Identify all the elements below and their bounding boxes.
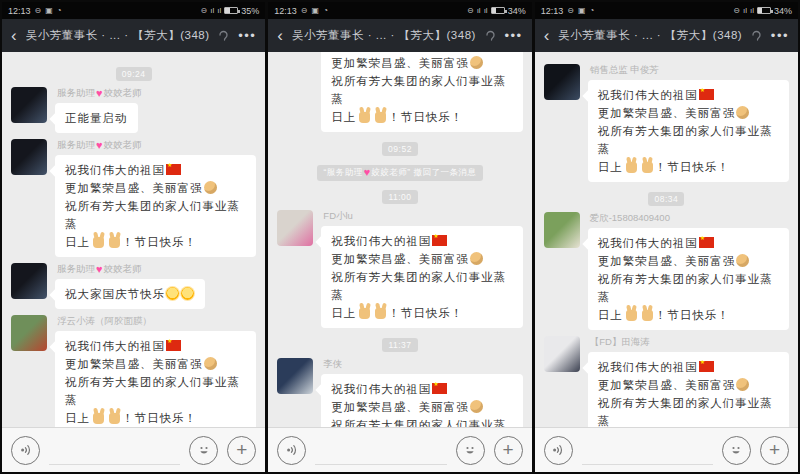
message-bubble[interactable]: 祝我们伟大的祖国更加繁荣昌盛、美丽富强祝所有芳大集团的家人们事业蒸蒸日上！节日快… [321,374,522,427]
sender-name: 李侠 [323,358,522,371]
message-bubble[interactable]: 祝我们伟大的祖国更加繁荣昌盛、美丽富强祝所有芳大集团的家人们事业蒸蒸日上！节日快… [588,80,789,182]
message-bubble[interactable]: 正能量启动 [55,103,138,133]
back-button[interactable]: ‹ [544,27,550,44]
input-bar: + [268,427,531,472]
back-button[interactable]: ‹ [277,27,283,44]
smiley-icon [462,442,478,458]
timestamp: 08:34 [544,188,789,206]
nav-bar: ‹ 吴小芳董事长 · ... · 【芳大】(348) ••• [268,19,531,52]
sender-name: 销售总监 申俊芳 [590,64,789,77]
data-saver-icon: ⊖ [733,6,740,15]
smiley-icon [728,442,744,458]
victory-hand-emoji [359,112,370,123]
cn-flag-emoji [432,235,447,246]
victory-hand-emoji [642,310,653,321]
sender-name: 服务助理♥姣姣老师 [57,263,205,276]
message-bubble[interactable]: 祝我们伟大的祖国更加繁荣昌盛、美丽富强祝所有芳大集团的家人们事业蒸蒸日上！节日快… [55,155,256,257]
voice-button[interactable] [544,436,573,465]
message-bubble[interactable]: 祝我们伟大的祖国更加繁荣昌盛、美丽富强祝所有芳大集团的家人们事业蒸蒸日上！节日快… [321,226,522,328]
voice-button[interactable] [277,436,306,465]
message-icon: ▣ [312,6,320,15]
fist-emoji [736,378,749,391]
message-row: 更加繁荣昌盛、美丽富强祝所有芳大集团的家人们事业蒸蒸日上！节日快乐！ [277,52,522,132]
status-time: 12:13 [274,6,297,16]
avatar[interactable] [11,87,47,123]
victory-hand-emoji [93,237,104,248]
battery-percent: 35% [241,6,259,16]
sender-name: 服务助理♥姣姣老师 [57,139,256,152]
emoji-button[interactable] [722,436,751,465]
hearts-emoji: ♥ [96,264,103,275]
chat-area: 销售总监 申俊芳祝我们伟大的祖国更加繁荣昌盛、美丽富强祝所有芳大集团的家人们事业… [535,52,798,427]
message-row: 爱欣-15808409400祝我们伟大的祖国更加繁荣昌盛、美丽富强祝所有芳大集团… [544,212,789,330]
avatar[interactable] [277,210,313,246]
more-attach-button[interactable]: + [760,436,789,465]
message-bubble[interactable]: 祝我们伟大的祖国更加繁荣昌盛、美丽富强祝所有芳大集团的家人们事业蒸蒸日上！节日快… [55,331,256,427]
smiley-icon [196,442,212,458]
back-button[interactable]: ‹ [11,27,17,44]
message-input[interactable] [315,435,446,465]
avatar[interactable] [544,336,580,372]
message-row: 服务助理♥姣姣老师祝我们伟大的祖国更加繁荣昌盛、美丽富强祝所有芳大集团的家人们事… [11,139,256,257]
victory-hand-emoji [375,308,386,319]
emoji-button[interactable] [456,436,485,465]
cn-flag-emoji [166,164,181,175]
status-bar: 12:13 ⊖ ▣ ◔ ⊖ ıl ıl 35% [2,2,265,19]
message-bubble[interactable]: 更加繁荣昌盛、美丽富强祝所有芳大集团的家人们事业蒸蒸日上！节日快乐！ [321,52,522,132]
sender-name: 浮云小涛（阿胶面膜） [57,315,256,328]
more-button[interactable]: ••• [505,28,523,43]
signal-icon: ıl [750,6,754,15]
cn-flag-emoji [699,237,714,248]
system-message: “服务助理♥姣姣老师” 撤回了一条消息 [277,161,522,181]
status-time: 12:13 [8,6,31,16]
more-button[interactable]: ••• [238,28,256,43]
more-button[interactable]: ••• [771,28,789,43]
message-row: 销售总监 申俊芳祝我们伟大的祖国更加繁荣昌盛、美丽富强祝所有芳大集团的家人们事业… [544,64,789,182]
cn-flag-emoji [432,383,447,394]
fist-emoji [736,254,749,267]
voice-button[interactable] [11,436,40,465]
signal-icon: ıl [210,6,214,15]
dnd-icon: ⊖ [301,6,308,15]
avatar[interactable] [11,315,47,351]
message-row: FD小lu祝我们伟大的祖国更加繁荣昌盛、美丽富强祝所有芳大集团的家人们事业蒸蒸日… [277,210,522,328]
plus-icon: + [769,440,780,459]
message-icon: ▣ [45,6,53,15]
fist-emoji [470,400,483,413]
message-bubble[interactable]: 祝我们伟大的祖国更加繁荣昌盛、美丽富强祝所有芳大集团的家人们事业蒸蒸日上！节日快… [588,352,789,427]
fist-emoji [736,106,749,119]
dnd-icon: ⊖ [567,6,574,15]
avatar[interactable] [544,64,580,100]
cn-flag-emoji [166,340,181,351]
timestamp: 11:00 [277,186,522,204]
victory-hand-emoji [375,112,386,123]
sender-name: 服务助理♥姣姣老师 [57,87,142,100]
data-saver-icon: ⊖ [201,6,208,15]
message-icon: ▣ [578,6,586,15]
message-bubble[interactable]: 祝大家国庆节快乐 [55,279,205,309]
avatar[interactable] [11,139,47,175]
earpiece-icon [218,30,229,42]
fist-emoji [470,252,483,265]
cn-flag-emoji [699,89,714,100]
voice-wave-icon [285,443,299,457]
avatar[interactable] [277,358,313,394]
message-input[interactable] [49,435,180,465]
avatar[interactable] [11,263,47,299]
victory-hand-emoji [109,237,120,248]
avatar[interactable] [544,212,580,248]
message-input[interactable] [582,435,713,465]
emoji-button[interactable] [189,436,218,465]
message-bubble[interactable]: 祝我们伟大的祖国更加繁荣昌盛、美丽富强祝所有芳大集团的家人们事业蒸蒸日上！节日快… [588,228,789,330]
message-row: 服务助理♥姣姣老师正能量启动 [11,87,256,133]
hearts-emoji: ♥ [96,88,103,99]
chat-title: 吴小芳董事长 · ... · 【芳大】(348) [26,28,210,43]
message-row: 服务助理♥姣姣老师祝大家国庆节快乐 [11,263,256,309]
alarm-icon: ◔ [589,6,594,15]
more-attach-button[interactable]: + [494,436,523,465]
more-attach-button[interactable]: + [227,436,256,465]
signal-icon: ıl [477,6,481,15]
three-wechat-screenshots: 12:13 ⊖ ▣ ◔ ⊖ ıl ıl 35% ‹ 吴小芳董事长 · ... ·… [0,0,800,474]
voice-wave-icon [551,443,565,457]
victory-hand-emoji [642,162,653,173]
